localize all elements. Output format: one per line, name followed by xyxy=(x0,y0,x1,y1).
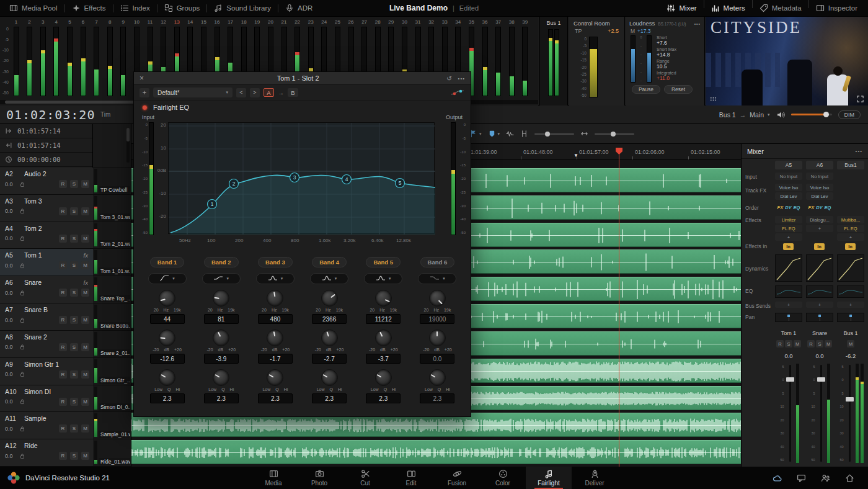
q-value[interactable]: 2.3 xyxy=(366,393,401,403)
pan-control[interactable] xyxy=(837,313,864,322)
ab-copy-icon[interactable]: → xyxy=(278,89,284,96)
lock-icon[interactable] xyxy=(19,235,25,241)
cloud-icon[interactable] xyxy=(773,473,782,483)
speaker-icon[interactable] xyxy=(776,110,785,119)
track-r-button[interactable]: R xyxy=(59,370,67,379)
speaker-layout-icon[interactable] xyxy=(709,95,717,103)
marker-tool[interactable]: ▾ xyxy=(488,130,500,138)
track-s-button[interactable]: S xyxy=(70,343,78,351)
gain-value[interactable]: -3.7 xyxy=(366,354,401,364)
effect-slot[interactable]: Dialogu... xyxy=(806,216,833,223)
topbar-index-button[interactable]: Index xyxy=(113,0,157,17)
track-s-button[interactable]: S xyxy=(70,261,78,269)
track-header-A9[interactable]: A9Simon Gtr 10.0RSM xyxy=(0,358,93,385)
track-r-button[interactable]: R xyxy=(59,398,67,406)
bus-send-add[interactable]: + xyxy=(837,302,864,308)
gain-value[interactable]: -3.9 xyxy=(204,354,239,364)
frequency-value[interactable]: 2366 xyxy=(312,314,347,324)
effect-slot[interactable]: + xyxy=(837,233,864,241)
track-header-A10[interactable]: A10Simon DI0.0RSM xyxy=(0,385,93,413)
q-value[interactable]: 2.3 xyxy=(204,393,239,403)
fader-m-button[interactable]: M xyxy=(825,340,832,348)
track-r-button[interactable]: R xyxy=(59,235,67,243)
gain-knob[interactable] xyxy=(267,330,283,346)
preset-dropdown[interactable]: Default*▾ xyxy=(153,87,232,97)
track-r-button[interactable]: R xyxy=(59,452,67,460)
fader-r-button[interactable]: R xyxy=(776,340,784,348)
q-value[interactable]: 2.3 xyxy=(258,393,293,403)
ab-compare-b-button[interactable]: B xyxy=(288,88,298,97)
eq-thumbnail[interactable] xyxy=(775,285,802,298)
lock-icon[interactable] xyxy=(19,262,25,269)
band-shape-dropdown[interactable]: ▾ xyxy=(364,273,402,284)
page-button-deliver[interactable]: Deliver xyxy=(572,467,618,489)
track-header-A5[interactable]: A5Tom 1fx0.0RSM xyxy=(0,249,93,276)
track-m-button[interactable]: M xyxy=(81,343,89,351)
track-header-A3[interactable]: A3Tom 30.0RSM xyxy=(0,195,93,222)
reset-icon[interactable]: ↺ xyxy=(446,75,451,82)
playhead[interactable] xyxy=(619,149,619,467)
track-m-button[interactable]: M xyxy=(81,261,89,269)
eq-thumbnail[interactable] xyxy=(837,285,864,298)
track-header-A2[interactable]: A2Audio 20.0RSM xyxy=(0,168,93,195)
band-label[interactable]: Band 1 xyxy=(150,257,185,267)
edit-point-marker[interactable]: ▼ xyxy=(574,153,578,158)
waveform-tool[interactable] xyxy=(506,130,514,138)
effect-slot[interactable]: + xyxy=(806,225,833,232)
q-value[interactable]: 2.3 xyxy=(150,393,185,403)
q-knob[interactable] xyxy=(213,369,229,386)
track-r-button[interactable]: R xyxy=(59,261,67,269)
q-value[interactable]: 2.3 xyxy=(312,393,347,403)
topbar-inspector-button[interactable]: Inspector xyxy=(809,0,864,17)
track-s-button[interactable]: S xyxy=(70,370,78,379)
effects-in-toggle[interactable]: In xyxy=(783,243,794,250)
eq-window-titlebar[interactable]: × Tom 1 - Slot 2 ↺ ••• xyxy=(134,72,471,85)
lock-icon[interactable] xyxy=(19,426,25,432)
frequency-knob[interactable] xyxy=(213,290,229,307)
track-fx-slot[interactable]: Dial Lev xyxy=(806,192,833,200)
topbar-groups-button[interactable]: Groups xyxy=(157,0,207,17)
fader-handle[interactable] xyxy=(786,377,794,382)
effect-slot[interactable]: Limiter xyxy=(775,216,802,223)
track-header-A7[interactable]: A7Snare B0.0RSM xyxy=(0,303,93,331)
band-shape-dropdown[interactable]: ▾ xyxy=(202,273,241,284)
track-scrollbar[interactable] xyxy=(126,128,130,163)
track-r-button[interactable]: R xyxy=(59,207,67,215)
frequency-value[interactable]: 480 xyxy=(258,314,293,324)
track-s-button[interactable]: S xyxy=(70,452,78,460)
frequency-knob[interactable] xyxy=(429,290,446,307)
track-r-button[interactable]: R xyxy=(59,316,67,324)
frequency-knob[interactable] xyxy=(159,290,175,307)
plugin-enable-toggle[interactable] xyxy=(142,105,148,110)
q-knob[interactable] xyxy=(321,369,338,386)
band-shape-dropdown[interactable]: ▾ xyxy=(310,273,348,284)
audio-clip[interactable] xyxy=(131,440,741,464)
track-fx-slot[interactable]: Voice Iso xyxy=(806,184,833,191)
fx-order[interactable]: FXDYEQ xyxy=(775,205,802,210)
users-icon[interactable] xyxy=(821,473,830,483)
q-knob[interactable] xyxy=(267,369,283,386)
eq-thumbnail[interactable] xyxy=(806,285,833,298)
topbar-metadata-button[interactable]: Metadata xyxy=(753,0,808,17)
transport-timecode-row[interactable]: 01:01:57:14 xyxy=(0,124,92,138)
effect-slot[interactable]: FL EQ xyxy=(775,225,802,232)
band-label[interactable]: Band 6 xyxy=(420,257,455,267)
lock-icon[interactable] xyxy=(19,208,25,214)
track-m-button[interactable]: M xyxy=(81,316,89,324)
gain-knob[interactable] xyxy=(429,330,446,346)
band-label[interactable]: Band 3 xyxy=(258,257,293,267)
loudness-menu-button[interactable]: ••• xyxy=(694,22,701,26)
fader-m-button[interactable]: M xyxy=(847,340,854,348)
gain-knob[interactable] xyxy=(321,330,338,346)
band-shape-dropdown[interactable]: ▾ xyxy=(148,273,187,284)
gain-value[interactable]: -1.7 xyxy=(258,354,293,364)
track-header-A12[interactable]: A12Ride0.0RSM xyxy=(0,439,93,467)
band-label[interactable]: Band 4 xyxy=(312,257,347,267)
page-button-media[interactable]: Media xyxy=(250,467,296,489)
lock-icon[interactable] xyxy=(19,453,25,459)
fader-m-button[interactable]: M xyxy=(794,340,801,348)
fader-r-button[interactable]: R xyxy=(807,340,815,348)
effects-in-toggle[interactable]: In xyxy=(845,243,856,250)
slider-handle[interactable] xyxy=(611,132,616,137)
pan-control[interactable] xyxy=(806,313,833,322)
